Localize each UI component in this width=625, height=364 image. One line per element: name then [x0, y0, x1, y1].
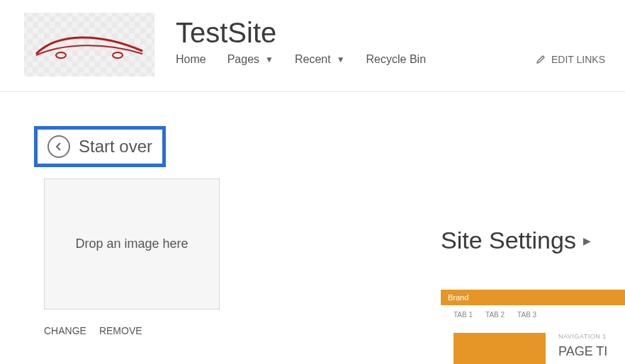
svg-point-0: [56, 52, 66, 58]
preview-placeholder-image: [454, 333, 546, 364]
nav-home[interactable]: Home: [176, 53, 206, 66]
preview-body: NAVIGATION 1 PAGE TI: [441, 324, 625, 364]
preview-tab-3: TAB 3: [517, 311, 536, 319]
site-header: TestSite Home Pages ▼ Recent ▼ Recycle B…: [0, 0, 625, 92]
site-settings-title: Site Settings: [441, 227, 576, 254]
pencil-icon: [536, 55, 546, 64]
site-title: TestSite: [176, 17, 612, 49]
start-over-button[interactable]: Start over: [34, 126, 166, 167]
svg-point-1: [113, 52, 123, 58]
preview-nav-label: NAVIGATION 1: [558, 333, 607, 340]
remove-button[interactable]: REMOVE: [99, 325, 142, 336]
nav-recent-label: Recent: [295, 53, 331, 66]
image-drop-label: Drop an image here: [75, 237, 188, 251]
preview-tabs: TAB 1 TAB 2 TAB 3: [441, 305, 625, 324]
edit-links-label: EDIT LINKS: [551, 54, 605, 65]
top-nav: Home Pages ▼ Recent ▼ Recycle Bin EDIT L…: [176, 53, 612, 66]
start-over-label: Start over: [79, 137, 152, 157]
header-right: TestSite Home Pages ▼ Recent ▼ Recycle B…: [176, 13, 612, 66]
image-drop-zone[interactable]: Drop an image here: [44, 178, 220, 309]
nav-recent[interactable]: Recent ▼: [295, 53, 345, 66]
content-area: Start over Drop an image here CHANGE REM…: [0, 92, 625, 336]
chevron-down-icon: ▼: [265, 55, 274, 64]
change-button[interactable]: CHANGE: [44, 325, 86, 336]
nav-recycle-bin[interactable]: Recycle Bin: [366, 53, 426, 66]
car-logo-icon: [29, 27, 150, 62]
preview-page-title: PAGE TI: [558, 344, 607, 359]
preview-tab-1: TAB 1: [454, 311, 473, 319]
site-settings-header[interactable]: Site Settings ▶: [441, 227, 625, 254]
chevron-right-icon: ▶: [583, 235, 591, 246]
preview-brand-bar: Brand: [441, 290, 625, 305]
theme-preview: Brand TAB 1 TAB 2 TAB 3 NAVIGATION 1 PAG…: [441, 290, 625, 364]
nav-pages-label: Pages: [227, 53, 259, 66]
edit-links-button[interactable]: EDIT LINKS: [536, 54, 612, 65]
chevron-down-icon: ▼: [337, 55, 345, 64]
site-logo[interactable]: [24, 13, 154, 76]
preview-right: NAVIGATION 1 PAGE TI: [558, 333, 607, 359]
arrow-left-circle-icon: [47, 135, 70, 158]
right-panel: Site Settings ▶ Brand TAB 1 TAB 2 TAB 3 …: [441, 227, 625, 364]
preview-tab-2: TAB 2: [485, 311, 505, 319]
nav-pages[interactable]: Pages ▼: [227, 53, 274, 66]
